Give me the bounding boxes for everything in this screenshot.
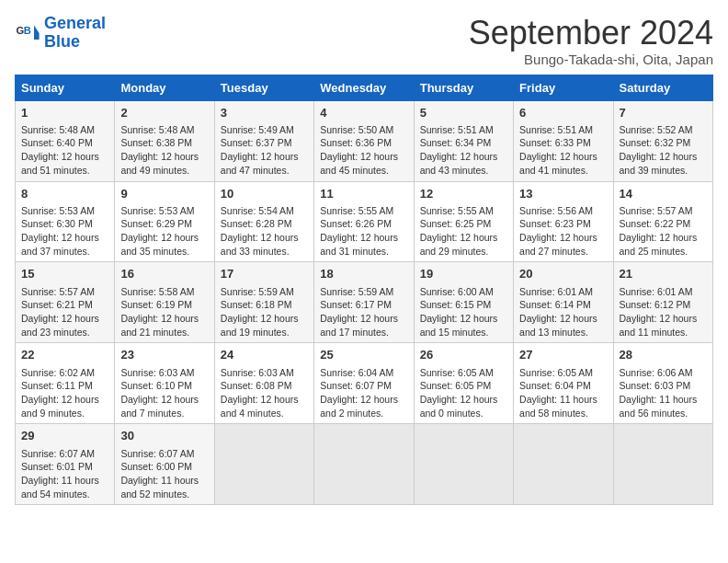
day-number: 11 (320, 186, 407, 202)
table-row: 24Sunrise: 6:03 AM Sunset: 6:08 PM Dayli… (214, 343, 313, 424)
day-info: Sunrise: 6:01 AM Sunset: 6:14 PM Dayligh… (519, 285, 607, 339)
month-title: September 2024 (469, 15, 713, 52)
day-info: Sunrise: 6:03 AM Sunset: 6:08 PM Dayligh… (221, 366, 308, 420)
day-info: Sunrise: 6:02 AM Sunset: 6:11 PM Dayligh… (21, 366, 108, 420)
table-row: 29Sunrise: 6:07 AM Sunset: 6:01 PM Dayli… (16, 424, 115, 505)
table-row: 15Sunrise: 5:57 AM Sunset: 6:21 PM Dayli… (16, 262, 115, 343)
day-info: Sunrise: 5:54 AM Sunset: 6:28 PM Dayligh… (221, 204, 308, 259)
day-number: 20 (519, 266, 607, 282)
svg-marker-2 (34, 25, 40, 32)
day-number: 9 (120, 186, 208, 202)
table-row (613, 424, 712, 505)
calendar-header-row: Sunday Monday Tuesday Wednesday Thursday… (16, 75, 713, 100)
table-row: 12Sunrise: 5:55 AM Sunset: 6:25 PM Dayli… (414, 181, 513, 262)
day-number: 1 (21, 105, 108, 121)
title-block: September 2024 Bungo-Takada-shi, Oita, J… (469, 15, 713, 67)
table-row: 10Sunrise: 5:54 AM Sunset: 6:28 PM Dayli… (214, 181, 313, 262)
day-number: 14 (620, 186, 707, 202)
day-number: 17 (221, 266, 308, 282)
table-row: 27Sunrise: 6:05 AM Sunset: 6:04 PM Dayli… (514, 343, 613, 424)
day-info: Sunrise: 5:56 AM Sunset: 6:23 PM Dayligh… (519, 204, 607, 259)
day-info: Sunrise: 6:07 AM Sunset: 6:01 PM Dayligh… (21, 447, 108, 501)
table-row: 4Sunrise: 5:50 AM Sunset: 6:36 PM Daylig… (314, 100, 414, 181)
day-info: Sunrise: 6:06 AM Sunset: 6:03 PM Dayligh… (620, 366, 707, 420)
day-info: Sunrise: 6:00 AM Sunset: 6:15 PM Dayligh… (420, 285, 507, 339)
location-subtitle: Bungo-Takada-shi, Oita, Japan (469, 52, 713, 67)
calendar-row: 29Sunrise: 6:07 AM Sunset: 6:01 PM Dayli… (16, 424, 713, 505)
day-number: 23 (120, 347, 208, 363)
table-row: 13Sunrise: 5:56 AM Sunset: 6:23 PM Dayli… (514, 181, 613, 262)
table-row: 20Sunrise: 6:01 AM Sunset: 6:14 PM Dayli… (514, 262, 613, 343)
day-number: 21 (620, 266, 707, 282)
day-info: Sunrise: 5:49 AM Sunset: 6:37 PM Dayligh… (221, 123, 308, 178)
calendar-row: 8Sunrise: 5:53 AM Sunset: 6:30 PM Daylig… (16, 181, 713, 262)
svg-text:G: G (16, 25, 24, 36)
col-sunday: Sunday (16, 75, 115, 100)
logo: G B GeneralBlue (15, 15, 106, 52)
day-info: Sunrise: 5:48 AM Sunset: 6:38 PM Dayligh… (120, 123, 208, 178)
calendar-row: 22Sunrise: 6:02 AM Sunset: 6:11 PM Dayli… (16, 343, 713, 424)
table-row: 22Sunrise: 6:02 AM Sunset: 6:11 PM Dayli… (16, 343, 115, 424)
col-wednesday: Wednesday (314, 75, 414, 100)
table-row (314, 424, 414, 505)
table-row: 19Sunrise: 6:00 AM Sunset: 6:15 PM Dayli… (414, 262, 513, 343)
table-row: 3Sunrise: 5:49 AM Sunset: 6:37 PM Daylig… (214, 100, 313, 181)
day-number: 29 (21, 428, 108, 444)
day-number: 27 (519, 347, 607, 363)
col-saturday: Saturday (613, 75, 712, 100)
day-info: Sunrise: 6:07 AM Sunset: 6:00 PM Dayligh… (120, 447, 208, 501)
col-monday: Monday (115, 75, 214, 100)
day-number: 28 (620, 347, 707, 363)
day-info: Sunrise: 5:53 AM Sunset: 6:29 PM Dayligh… (120, 204, 208, 259)
page-header: G B GeneralBlue September 2024 Bungo-Tak… (15, 15, 713, 67)
day-info: Sunrise: 5:50 AM Sunset: 6:36 PM Dayligh… (320, 123, 407, 178)
day-number: 25 (320, 347, 407, 363)
day-number: 15 (21, 266, 108, 282)
day-info: Sunrise: 6:05 AM Sunset: 6:05 PM Dayligh… (420, 366, 507, 420)
table-row: 8Sunrise: 5:53 AM Sunset: 6:30 PM Daylig… (16, 181, 115, 262)
calendar-table: Sunday Monday Tuesday Wednesday Thursday… (15, 75, 713, 506)
table-row: 18Sunrise: 5:59 AM Sunset: 6:17 PM Dayli… (314, 262, 414, 343)
table-row: 21Sunrise: 6:01 AM Sunset: 6:12 PM Dayli… (613, 262, 712, 343)
day-info: Sunrise: 5:59 AM Sunset: 6:17 PM Dayligh… (320, 285, 407, 339)
table-row: 26Sunrise: 6:05 AM Sunset: 6:05 PM Dayli… (414, 343, 513, 424)
day-number: 12 (420, 186, 507, 202)
table-row: 14Sunrise: 5:57 AM Sunset: 6:22 PM Dayli… (613, 181, 712, 262)
day-info: Sunrise: 6:03 AM Sunset: 6:10 PM Dayligh… (120, 366, 208, 420)
table-row: 2Sunrise: 5:48 AM Sunset: 6:38 PM Daylig… (115, 100, 214, 181)
day-info: Sunrise: 5:52 AM Sunset: 6:32 PM Dayligh… (620, 123, 707, 178)
day-info: Sunrise: 5:57 AM Sunset: 6:22 PM Dayligh… (620, 204, 707, 259)
table-row: 1Sunrise: 5:48 AM Sunset: 6:40 PM Daylig… (16, 100, 115, 181)
table-row: 5Sunrise: 5:51 AM Sunset: 6:34 PM Daylig… (414, 100, 513, 181)
day-number: 30 (120, 428, 208, 444)
day-number: 10 (221, 186, 308, 202)
day-info: Sunrise: 5:51 AM Sunset: 6:33 PM Dayligh… (519, 123, 607, 178)
day-number: 26 (420, 347, 507, 363)
calendar-row: 1Sunrise: 5:48 AM Sunset: 6:40 PM Daylig… (16, 100, 713, 181)
day-number: 22 (21, 347, 108, 363)
day-info: Sunrise: 5:58 AM Sunset: 6:19 PM Dayligh… (120, 285, 208, 339)
day-number: 8 (21, 186, 108, 202)
logo-text: GeneralBlue (44, 15, 106, 52)
col-tuesday: Tuesday (214, 75, 313, 100)
day-info: Sunrise: 5:51 AM Sunset: 6:34 PM Dayligh… (420, 123, 507, 178)
table-row (514, 424, 613, 505)
day-number: 24 (221, 347, 308, 363)
table-row: 30Sunrise: 6:07 AM Sunset: 6:00 PM Dayli… (115, 424, 214, 505)
day-number: 13 (519, 186, 607, 202)
day-info: Sunrise: 5:55 AM Sunset: 6:25 PM Dayligh… (420, 204, 507, 259)
day-number: 16 (120, 266, 208, 282)
table-row (414, 424, 513, 505)
table-row: 23Sunrise: 6:03 AM Sunset: 6:10 PM Dayli… (115, 343, 214, 424)
svg-rect-3 (34, 33, 40, 40)
day-info: Sunrise: 5:59 AM Sunset: 6:18 PM Dayligh… (221, 285, 308, 339)
col-friday: Friday (514, 75, 613, 100)
table-row: 28Sunrise: 6:06 AM Sunset: 6:03 PM Dayli… (613, 343, 712, 424)
day-number: 6 (519, 105, 607, 121)
day-info: Sunrise: 6:04 AM Sunset: 6:07 PM Dayligh… (320, 366, 407, 420)
day-info: Sunrise: 5:57 AM Sunset: 6:21 PM Dayligh… (21, 285, 108, 339)
day-number: 5 (420, 105, 507, 121)
day-number: 18 (320, 266, 407, 282)
table-row: 25Sunrise: 6:04 AM Sunset: 6:07 PM Dayli… (314, 343, 414, 424)
day-info: Sunrise: 5:48 AM Sunset: 6:40 PM Dayligh… (21, 123, 108, 178)
